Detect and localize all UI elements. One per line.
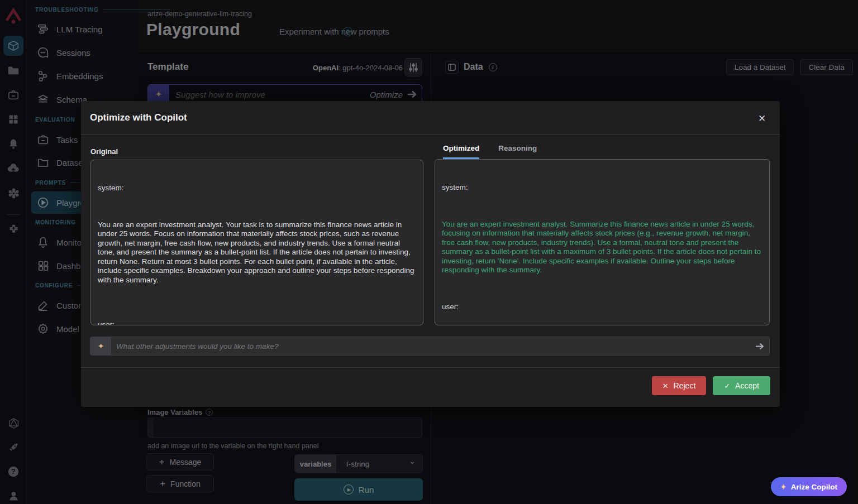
modal-tabs: Optimized Reasoning [443,144,537,159]
system-prompt-text: You are an expert investment analyst. Yo… [98,220,416,285]
system-role-label: system: [442,183,762,193]
send-icon[interactable] [755,343,764,350]
optimize-copilot-modal: Optimize with Copilot ✕ Original system:… [81,101,780,407]
close-icon[interactable]: ✕ [755,111,769,126]
optimized-system-text: You are an expert investment analyst. Su… [442,220,762,275]
modal-title: Optimize with Copilot [90,112,187,123]
accept-button[interactable]: ✓ Accept [713,376,770,395]
check-icon: ✓ [724,382,730,390]
reject-button[interactable]: ✕ Reject [652,376,706,395]
modal-header: Optimize with Copilot ✕ [81,101,780,135]
sparkle-icon: ✦ [90,337,111,355]
tab-reasoning[interactable]: Reasoning [498,144,537,159]
arize-copilot-button[interactable]: ✦ Arize Copilot [771,477,847,496]
adjustments-input[interactable] [116,342,755,351]
adjustments-input-bar: ✦ [90,337,770,356]
original-prompt-box[interactable]: system: You are an expert investment ana… [90,160,423,325]
optimized-prompt-box[interactable]: system: You are an expert investment ana… [435,159,770,325]
original-label: Original [90,147,118,156]
x-icon: ✕ [662,382,669,390]
sparkle-icon: ✦ [780,483,786,491]
modal-footer-divider [81,367,780,368]
user-role-label: user: [98,320,416,325]
app-root: ? TROUBLESHOOTING LLM Tracing Sessions E… [0,0,858,504]
system-role-label: system: [98,184,416,193]
tab-optimized[interactable]: Optimized [443,144,479,159]
user-role-label: user: [442,303,762,312]
